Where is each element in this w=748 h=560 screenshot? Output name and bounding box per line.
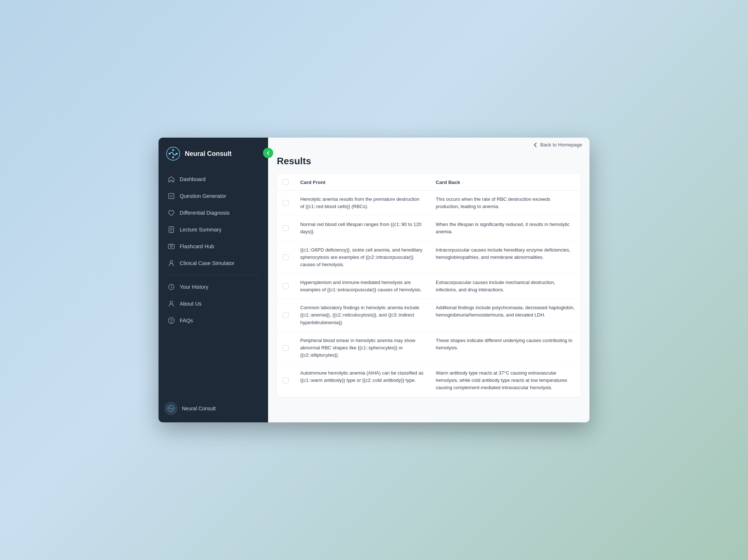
row-checkbox-cell	[277, 191, 294, 216]
sidebar-item-your-history[interactable]: Your History	[163, 279, 264, 295]
question-generator-icon	[167, 192, 175, 200]
row-checkbox-6[interactable]	[283, 377, 289, 383]
svg-point-2	[172, 157, 174, 158]
footer-logo-icon	[164, 402, 178, 415]
app-window: Neural Consult Dashboard	[159, 138, 589, 422]
svg-point-11	[170, 301, 172, 304]
sidebar-header: Neural Consult	[159, 138, 268, 168]
results-title: Results	[277, 156, 581, 167]
sidebar-item-about-us[interactable]: About Us	[163, 296, 264, 312]
table-row: Autoimmune hemolytic anemia (AIHA) can b…	[277, 364, 581, 397]
row-checkbox-cell	[277, 299, 294, 331]
row-checkbox-cell	[277, 273, 294, 299]
card-back-cell-3: Extracorpuscular causes include mechanic…	[430, 274, 581, 299]
svg-point-9	[170, 261, 172, 263]
flashcard-icon	[167, 242, 175, 250]
header-checkbox-cell	[277, 174, 294, 191]
app-title: Neural Consult	[185, 150, 232, 158]
row-checkbox-0[interactable]	[283, 200, 289, 206]
sidebar-item-label: Your History	[180, 284, 208, 290]
sidebar-item-flashcard-hub[interactable]: Flashcard Hub	[163, 238, 264, 254]
table-row: Hypersplenism and immune-mediated hemoly…	[277, 273, 581, 299]
home-icon	[167, 175, 175, 183]
card-front-cell-2: {{c1::G6PD deficiency}}, sickle cell ane…	[294, 241, 430, 273]
history-icon	[167, 283, 175, 291]
sidebar-item-differential-diagnosis[interactable]: Differential Diagnosis	[163, 205, 264, 221]
svg-point-3	[169, 153, 171, 155]
sidebar-item-label: Clinical Case Simulator	[180, 260, 234, 266]
table-row: Hemolytic anemia results from the premat…	[277, 191, 581, 216]
col-front-header: Card Front	[294, 174, 430, 191]
table-row: Normal red blood cell lifespan ranges fr…	[277, 216, 581, 241]
card-front-cell-3: Hypersplenism and immune-mediated hemoly…	[294, 273, 430, 299]
nav-divider	[167, 275, 259, 275]
row-checkbox-cell	[277, 331, 294, 364]
sidebar-item-clinical-case-simulator[interactable]: Clinical Case Simulator	[163, 255, 264, 271]
card-back-cell-2: Intracorpuscular causes include heredita…	[430, 241, 581, 266]
sidebar-collapse-button[interactable]	[263, 148, 273, 158]
table-row: Peripheral blood smear in hemolytic anem…	[277, 331, 581, 364]
sidebar-item-label: Differential Diagnosis	[180, 210, 230, 216]
row-checkbox-cell	[277, 364, 294, 397]
content-area: Results Card Front Card Back Hemolytic a	[268, 152, 589, 422]
sidebar-item-label: Flashcard Hub	[180, 243, 214, 249]
svg-point-1	[172, 149, 174, 151]
row-checkbox-cell	[277, 216, 294, 241]
table-header-row: Card Front Card Back	[277, 174, 581, 191]
card-back-cell-1: When the lifespan is significantly reduc…	[430, 216, 581, 241]
back-label: Back to Homepage	[540, 142, 582, 147]
table-row: Common laboratory findings in hemolytic …	[277, 299, 581, 331]
sidebar-item-question-generator[interactable]: Question Generator	[163, 188, 264, 204]
svg-point-8	[170, 245, 172, 247]
back-to-homepage-link[interactable]: Back to Homepage	[533, 142, 582, 147]
sidebar-item-label: Question Generator	[180, 193, 226, 199]
sidebar-item-label: Dashboard	[180, 176, 206, 182]
svg-point-13	[171, 322, 171, 322]
main-content: Back to Homepage Results Card Front Card…	[268, 138, 589, 422]
row-checkbox-cell	[277, 241, 294, 273]
card-front-cell-4: Common laboratory findings in hemolytic …	[294, 299, 430, 331]
sidebar-item-label: FAQs	[180, 318, 193, 323]
svg-rect-5	[169, 193, 174, 199]
card-front-cell-1: Normal red blood cell lifespan ranges fr…	[294, 216, 430, 241]
sidebar: Neural Consult Dashboard	[159, 138, 268, 422]
sidebar-item-label: Lecture Summary	[180, 227, 221, 233]
sidebar-item-lecture-summary[interactable]: Lecture Summary	[163, 222, 264, 238]
card-back-cell-0: This occurs when the rate of RBC destruc…	[430, 191, 581, 215]
row-checkbox-3[interactable]	[283, 283, 289, 289]
faq-icon	[167, 317, 175, 325]
card-front-cell-5: Peripheral blood smear in hemolytic anem…	[294, 331, 430, 364]
top-bar: Back to Homepage	[268, 138, 589, 152]
card-back-cell-5: These shapes indicate different underlyi…	[430, 332, 581, 357]
about-icon	[167, 300, 175, 308]
sidebar-footer: Neural Consult	[159, 396, 268, 422]
card-front-cell-0: Hemolytic anemia results from the premat…	[294, 191, 430, 216]
person-icon	[167, 259, 175, 267]
svg-point-4	[176, 153, 178, 155]
app-logo-icon	[166, 146, 180, 161]
heart-icon	[167, 209, 175, 217]
chevron-left-icon	[533, 142, 538, 147]
document-icon	[167, 226, 175, 234]
svg-rect-7	[168, 245, 174, 249]
table-row: {{c1::G6PD deficiency}}, sickle cell ane…	[277, 241, 581, 273]
select-all-checkbox[interactable]	[283, 179, 289, 185]
card-back-cell-4: Additional findings include polychromasi…	[430, 299, 581, 324]
col-back-header: Card Back	[430, 174, 581, 191]
footer-title: Neural Consult	[182, 406, 216, 411]
row-checkbox-2[interactable]	[283, 254, 289, 260]
main-nav: Dashboard Question Generator	[159, 168, 268, 396]
sidebar-item-faqs[interactable]: FAQs	[163, 312, 264, 329]
row-checkbox-4[interactable]	[283, 312, 289, 318]
card-back-cell-6: Warm antibody type reacts at 37°C causin…	[430, 364, 581, 396]
results-table: Card Front Card Back Hemolytic anemia re…	[277, 174, 581, 397]
sidebar-item-dashboard[interactable]: Dashboard	[163, 171, 264, 187]
sidebar-item-label: About Us	[180, 301, 202, 307]
row-checkbox-1[interactable]	[283, 225, 289, 231]
row-checkbox-5[interactable]	[283, 345, 289, 351]
card-front-cell-6: Autoimmune hemolytic anemia (AIHA) can b…	[294, 364, 430, 397]
